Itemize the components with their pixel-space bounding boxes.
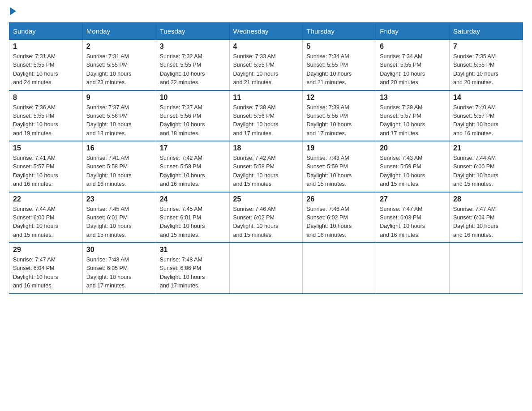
header-saturday: Saturday <box>450 23 523 40</box>
day-number: 31 <box>160 246 226 254</box>
calendar-cell <box>303 243 376 294</box>
calendar-cell: 3 Sunrise: 7:32 AM Sunset: 5:55 PM Dayli… <box>156 40 229 90</box>
day-info: Sunrise: 7:43 AM Sunset: 5:59 PM Dayligh… <box>306 154 372 189</box>
day-number: 9 <box>86 94 152 102</box>
day-info: Sunrise: 7:46 AM Sunset: 6:02 PM Dayligh… <box>233 205 299 240</box>
calendar-cell: 20 Sunrise: 7:43 AM Sunset: 5:59 PM Dayl… <box>376 141 450 192</box>
day-number: 18 <box>233 144 299 152</box>
calendar-cell: 7 Sunrise: 7:35 AM Sunset: 5:55 PM Dayli… <box>450 40 523 90</box>
header-thursday: Thursday <box>303 23 376 40</box>
header-wednesday: Wednesday <box>229 23 303 40</box>
day-number: 20 <box>380 144 446 152</box>
calendar-cell: 26 Sunrise: 7:46 AM Sunset: 6:02 PM Dayl… <box>303 192 376 243</box>
header-tuesday: Tuesday <box>156 23 229 40</box>
calendar-cell: 13 Sunrise: 7:39 AM Sunset: 5:57 PM Dayl… <box>376 90 450 141</box>
calendar-cell: 10 Sunrise: 7:37 AM Sunset: 5:56 PM Dayl… <box>156 90 229 141</box>
calendar-cell: 21 Sunrise: 7:44 AM Sunset: 6:00 PM Dayl… <box>450 141 523 192</box>
day-number: 13 <box>380 94 446 102</box>
day-number: 10 <box>160 94 226 102</box>
calendar-cell: 29 Sunrise: 7:47 AM Sunset: 6:04 PM Dayl… <box>9 243 83 294</box>
logo <box>9 9 16 13</box>
day-info: Sunrise: 7:36 AM Sunset: 5:55 PM Dayligh… <box>13 103 79 138</box>
logo-arrow-icon <box>10 7 16 15</box>
calendar-cell: 31 Sunrise: 7:48 AM Sunset: 6:06 PM Dayl… <box>156 243 229 294</box>
day-number: 11 <box>233 94 299 102</box>
day-number: 27 <box>380 195 446 203</box>
page-header <box>9 9 523 13</box>
day-info: Sunrise: 7:47 AM Sunset: 6:04 PM Dayligh… <box>13 256 79 291</box>
day-number: 15 <box>13 144 79 152</box>
day-number: 2 <box>86 43 152 51</box>
day-number: 28 <box>453 195 519 203</box>
day-info: Sunrise: 7:46 AM Sunset: 6:02 PM Dayligh… <box>306 205 372 240</box>
day-info: Sunrise: 7:42 AM Sunset: 5:58 PM Dayligh… <box>233 154 299 189</box>
day-info: Sunrise: 7:44 AM Sunset: 6:00 PM Dayligh… <box>453 154 519 189</box>
calendar-cell: 8 Sunrise: 7:36 AM Sunset: 5:55 PM Dayli… <box>9 90 83 141</box>
day-number: 14 <box>453 94 519 102</box>
calendar-cell: 17 Sunrise: 7:42 AM Sunset: 5:58 PM Dayl… <box>156 141 229 192</box>
day-number: 16 <box>86 144 152 152</box>
calendar-table: SundayMondayTuesdayWednesdayThursdayFrid… <box>9 22 523 294</box>
day-number: 8 <box>13 94 79 102</box>
day-number: 25 <box>233 195 299 203</box>
calendar-cell: 15 Sunrise: 7:41 AM Sunset: 5:57 PM Dayl… <box>9 141 83 192</box>
day-info: Sunrise: 7:34 AM Sunset: 5:55 PM Dayligh… <box>306 52 372 87</box>
calendar-cell <box>376 243 450 294</box>
week-row-4: 22 Sunrise: 7:44 AM Sunset: 6:00 PM Dayl… <box>9 192 523 243</box>
day-info: Sunrise: 7:45 AM Sunset: 6:01 PM Dayligh… <box>160 205 226 240</box>
day-info: Sunrise: 7:41 AM Sunset: 5:58 PM Dayligh… <box>86 154 152 189</box>
day-info: Sunrise: 7:38 AM Sunset: 5:56 PM Dayligh… <box>233 103 299 138</box>
day-info: Sunrise: 7:37 AM Sunset: 5:56 PM Dayligh… <box>86 103 152 138</box>
header-friday: Friday <box>376 23 450 40</box>
calendar-cell: 6 Sunrise: 7:34 AM Sunset: 5:55 PM Dayli… <box>376 40 450 90</box>
day-number: 26 <box>306 195 372 203</box>
calendar-cell: 27 Sunrise: 7:47 AM Sunset: 6:03 PM Dayl… <box>376 192 450 243</box>
day-number: 12 <box>306 94 372 102</box>
day-info: Sunrise: 7:39 AM Sunset: 5:57 PM Dayligh… <box>380 103 446 138</box>
day-info: Sunrise: 7:48 AM Sunset: 6:06 PM Dayligh… <box>160 256 226 291</box>
day-info: Sunrise: 7:35 AM Sunset: 5:55 PM Dayligh… <box>453 52 519 87</box>
calendar-cell: 5 Sunrise: 7:34 AM Sunset: 5:55 PM Dayli… <box>303 40 376 90</box>
day-number: 6 <box>380 43 446 51</box>
day-info: Sunrise: 7:34 AM Sunset: 5:55 PM Dayligh… <box>380 52 446 87</box>
day-number: 17 <box>160 144 226 152</box>
calendar-cell: 2 Sunrise: 7:31 AM Sunset: 5:55 PM Dayli… <box>82 40 156 90</box>
day-info: Sunrise: 7:47 AM Sunset: 6:04 PM Dayligh… <box>453 205 519 240</box>
week-row-5: 29 Sunrise: 7:47 AM Sunset: 6:04 PM Dayl… <box>9 243 523 294</box>
day-number: 5 <box>306 43 372 51</box>
calendar-cell: 11 Sunrise: 7:38 AM Sunset: 5:56 PM Dayl… <box>229 90 303 141</box>
day-number: 4 <box>233 43 299 51</box>
day-info: Sunrise: 7:39 AM Sunset: 5:56 PM Dayligh… <box>306 103 372 138</box>
day-info: Sunrise: 7:33 AM Sunset: 5:55 PM Dayligh… <box>233 52 299 87</box>
calendar-cell: 14 Sunrise: 7:40 AM Sunset: 5:57 PM Dayl… <box>450 90 523 141</box>
day-number: 23 <box>86 195 152 203</box>
calendar-header-row: SundayMondayTuesdayWednesdayThursdayFrid… <box>9 23 523 40</box>
week-row-2: 8 Sunrise: 7:36 AM Sunset: 5:55 PM Dayli… <box>9 90 523 141</box>
day-info: Sunrise: 7:31 AM Sunset: 5:55 PM Dayligh… <box>13 52 79 87</box>
week-row-3: 15 Sunrise: 7:41 AM Sunset: 5:57 PM Dayl… <box>9 141 523 192</box>
calendar-cell: 25 Sunrise: 7:46 AM Sunset: 6:02 PM Dayl… <box>229 192 303 243</box>
calendar-cell: 16 Sunrise: 7:41 AM Sunset: 5:58 PM Dayl… <box>82 141 156 192</box>
day-number: 3 <box>160 43 226 51</box>
day-info: Sunrise: 7:40 AM Sunset: 5:57 PM Dayligh… <box>453 103 519 138</box>
day-info: Sunrise: 7:42 AM Sunset: 5:58 PM Dayligh… <box>160 154 226 189</box>
header-sunday: Sunday <box>9 23 83 40</box>
day-number: 30 <box>86 246 152 254</box>
day-info: Sunrise: 7:31 AM Sunset: 5:55 PM Dayligh… <box>86 52 152 87</box>
day-number: 21 <box>453 144 519 152</box>
day-number: 24 <box>160 195 226 203</box>
day-info: Sunrise: 7:47 AM Sunset: 6:03 PM Dayligh… <box>380 205 446 240</box>
day-info: Sunrise: 7:37 AM Sunset: 5:56 PM Dayligh… <box>160 103 226 138</box>
day-number: 1 <box>13 43 79 51</box>
day-number: 22 <box>13 195 79 203</box>
calendar-cell: 9 Sunrise: 7:37 AM Sunset: 5:56 PM Dayli… <box>82 90 156 141</box>
calendar-cell: 28 Sunrise: 7:47 AM Sunset: 6:04 PM Dayl… <box>450 192 523 243</box>
day-info: Sunrise: 7:44 AM Sunset: 6:00 PM Dayligh… <box>13 205 79 240</box>
day-info: Sunrise: 7:43 AM Sunset: 5:59 PM Dayligh… <box>380 154 446 189</box>
calendar-cell: 1 Sunrise: 7:31 AM Sunset: 5:55 PM Dayli… <box>9 40 83 90</box>
day-number: 29 <box>13 246 79 254</box>
day-number: 19 <box>306 144 372 152</box>
calendar-cell: 22 Sunrise: 7:44 AM Sunset: 6:00 PM Dayl… <box>9 192 83 243</box>
day-number: 7 <box>453 43 519 51</box>
day-info: Sunrise: 7:32 AM Sunset: 5:55 PM Dayligh… <box>160 52 226 87</box>
